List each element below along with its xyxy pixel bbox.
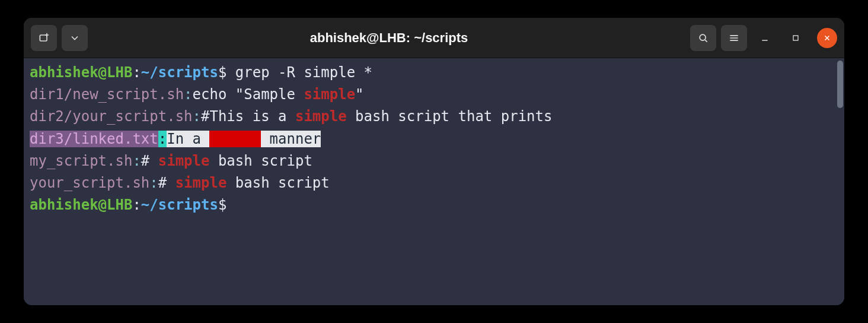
terminal-output[interactable]: abhishek@LHB:~/scripts$ grep -R simple *… (24, 58, 836, 305)
window-title: abhishek@LHB: ~/scripts (92, 30, 685, 46)
output-line: your_script.sh:# simple bash script (30, 172, 830, 194)
maximize-button[interactable] (783, 33, 809, 43)
close-button[interactable] (817, 28, 837, 48)
prompt-line: abhishek@LHB:~/scripts$ grep -R simple * (30, 62, 830, 84)
grep-match: simple (304, 86, 355, 103)
svg-rect-2 (793, 36, 798, 40)
grep-filename: your_script.sh (30, 175, 149, 191)
minimize-button[interactable] (752, 33, 778, 43)
new-tab-icon (38, 32, 50, 44)
minimize-icon (760, 33, 770, 43)
grep-match: simple (175, 175, 227, 191)
grep-filename: dir2/your_script.sh (30, 108, 193, 125)
output-line: dir2/your_script.sh:#This is a simple ba… (30, 106, 830, 128)
prompt-sep: : (132, 197, 141, 213)
search-icon (697, 32, 709, 44)
grep-match: simple (295, 108, 347, 125)
chevron-down-icon (69, 32, 81, 44)
output-line-selected: dir3/linked.txt:In a simple manner (30, 128, 830, 150)
grep-match: simple (209, 131, 261, 147)
grep-match: simple (158, 153, 210, 169)
grep-filename: dir1/new_script.sh (30, 86, 184, 103)
scrollbar[interactable] (836, 58, 844, 305)
grep-filename: my_script.sh (30, 153, 132, 169)
prompt-symbol: $ (218, 64, 226, 81)
new-tab-button[interactable] (31, 25, 57, 51)
output-line: dir1/new_script.sh:echo "Sample simple" (30, 84, 830, 106)
hamburger-menu-button[interactable] (721, 25, 747, 51)
prompt-sep: : (132, 64, 141, 81)
prompt-symbol: $ (218, 197, 226, 213)
output-line: my_script.sh:# simple bash script (30, 150, 830, 172)
prompt-path: ~/scripts (141, 64, 218, 81)
scrollbar-thumb[interactable] (837, 61, 843, 108)
svg-point-1 (700, 34, 706, 40)
grep-filename: dir3/linked.txt (30, 131, 158, 147)
tab-menu-button[interactable] (62, 25, 88, 51)
command-text: grep -R simple * (235, 64, 372, 81)
terminal-body: abhishek@LHB:~/scripts$ grep -R simple *… (24, 58, 844, 305)
prompt-user: abhishek@LHB (30, 197, 132, 213)
titlebar: abhishek@LHB: ~/scripts (24, 18, 844, 58)
close-icon (823, 34, 831, 42)
svg-rect-0 (40, 35, 47, 41)
terminal-window: abhishek@LHB: ~/scripts abhishek@LHB:~/s… (24, 18, 844, 305)
search-button[interactable] (690, 25, 716, 51)
prompt-user: abhishek@LHB (30, 64, 132, 81)
hamburger-icon (728, 32, 740, 44)
maximize-icon (791, 33, 800, 43)
prompt-path: ~/scripts (141, 197, 218, 213)
prompt-line: abhishek@LHB:~/scripts$ (30, 194, 830, 216)
